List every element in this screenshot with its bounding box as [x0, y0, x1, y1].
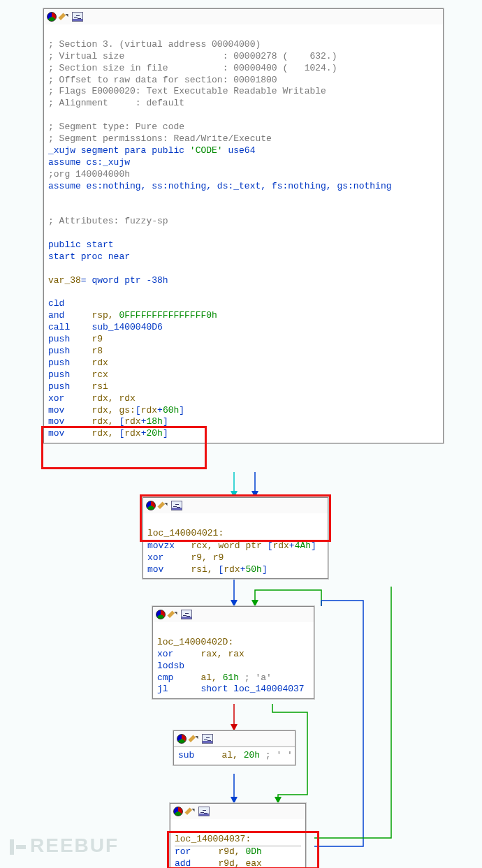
pencil-icon — [186, 807, 196, 816]
comment-line: ; Alignment : default — [48, 98, 184, 108]
pie-icon — [177, 734, 187, 744]
pencil-icon — [189, 734, 199, 744]
comment-line: ; Offset to raw data for section: 000018… — [48, 75, 277, 85]
comment-line: ; Section size in file : 00000400 ( 1024… — [48, 63, 337, 73]
comment-line: ; Virtual size : 00000278 ( 632.) — [48, 51, 337, 61]
graph-icon — [202, 734, 213, 744]
node-header — [170, 804, 305, 819]
segment-decl: _xujw segment para public — [48, 145, 190, 156]
assume-line: assume cs:_xujw — [48, 157, 130, 168]
node-header — [153, 607, 314, 622]
comment-line: ; Attributes: fuzzy-sp — [48, 216, 168, 226]
comment-line: ;org 140004000h — [48, 169, 130, 179]
proc-decl: start proc near — [48, 251, 130, 262]
instruction-list: ror r9d, 0Dh add r9d, eax loop loc_14000… — [175, 846, 289, 868]
public-decl: public start — [48, 240, 114, 250]
graph-icon — [72, 12, 83, 22]
instruction-list: movzx rcx, word ptr [rdx+4Ah] xor r9, r9… — [147, 540, 316, 575]
graph-node-loc21[interactable]: loc_140004021:movzx rcx, word ptr [rdx+4… — [143, 497, 328, 579]
loc-label: loc_14000402D: — [157, 637, 233, 647]
code-body: sub al, 20h ; ' ' — [174, 746, 295, 765]
code-body: loc_140004021:movzx rcx, word ptr [rdx+4… — [143, 513, 328, 578]
pie-icon — [173, 807, 183, 816]
graph-node-loc37[interactable]: loc_140004037:ror r9d, 0Dh add r9d, eax … — [170, 803, 306, 868]
comment-line: ; Flags E0000020: Text Executable Readab… — [48, 86, 326, 96]
instruction-list: cld and rsp, 0FFFFFFFFFFFFFFF0h call sub… — [48, 298, 217, 439]
pencil-icon — [59, 12, 69, 22]
pie-icon — [156, 610, 166, 619]
graph-node-loc2d[interactable]: loc_14000402D: xor rax, rax lodsb cmp al… — [152, 606, 314, 699]
graph-icon — [171, 501, 182, 510]
comment-line: ; Segment permissions: Read/Write/Execut… — [48, 133, 272, 144]
code-body: ; Section 3. (virtual address 00004000) … — [44, 24, 443, 443]
code-body: loc_140004037:ror r9d, 0Dh add r9d, eax … — [170, 819, 305, 868]
graph-node-sub[interactable]: sub al, 20h ; ' ' — [173, 730, 295, 765]
pencil-icon — [159, 501, 168, 510]
var-decl: var_38 — [48, 275, 81, 286]
pencil-icon — [168, 610, 178, 619]
node-header — [174, 731, 295, 746]
loc-label: loc_140004037: — [175, 834, 251, 844]
loc-label: loc_140004021: — [147, 528, 224, 538]
graph-icon — [181, 610, 192, 619]
pie-icon — [47, 12, 57, 22]
node-header — [143, 498, 328, 513]
code-body: loc_14000402D: xor rax, rax lodsb cmp al… — [153, 622, 314, 698]
graph-node-start[interactable]: ; Section 3. (virtual address 00004000) … — [43, 8, 444, 443]
graph-icon — [198, 807, 210, 816]
instruction-list: sub al, 20h ; ' ' — [178, 750, 293, 760]
pie-icon — [146, 501, 156, 510]
node-header — [44, 9, 443, 24]
comment-line: ; Segment type: Pure code — [48, 122, 184, 132]
watermark: REEBUF — [10, 834, 119, 857]
comment-line: ; Section 3. (virtual address 00004000) — [48, 39, 261, 50]
assume-line: assume es:nothing, ss:nothing, ds:_text,… — [48, 181, 391, 191]
instruction-list: xor rax, rax lodsb cmp al, 61h ; 'a' jl … — [157, 649, 305, 695]
